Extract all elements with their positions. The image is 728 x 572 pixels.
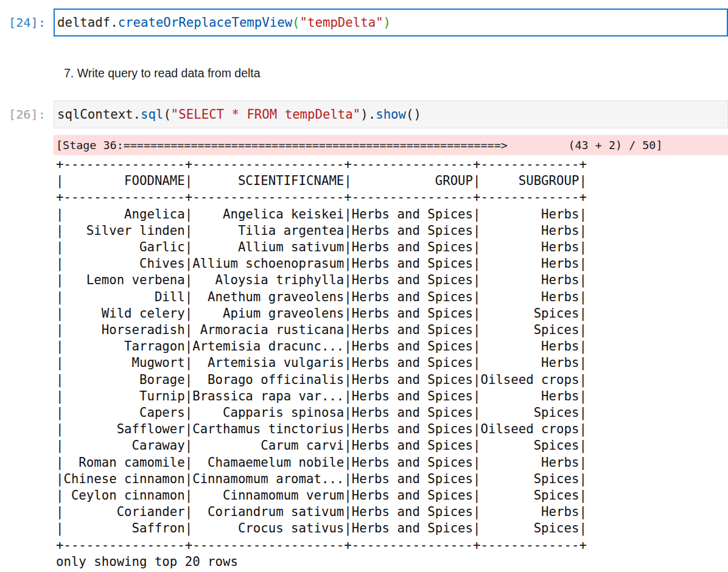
markdown-cell[interactable]: 7. Write query to read data from delta — [0, 66, 728, 80]
input-prompt-24: [24]: — [0, 9, 54, 37]
stdout-table-text: +----------------+--------------------+-… — [54, 155, 728, 570]
code-cell-26: [26]: sqlContext.sql("SELECT * FROM temp… — [0, 100, 728, 128]
notebook: [24]: deltadf.createOrReplaceTempView("t… — [0, 9, 728, 570]
code-cell-24: [24]: deltadf.createOrReplaceTempView("t… — [0, 9, 728, 37]
code-editor-26[interactable]: sqlContext.sql("SELECT * FROM tempDelta"… — [54, 100, 728, 128]
input-prompt-26: [26]: — [0, 100, 54, 128]
code-editor-24[interactable]: deltadf.createOrReplaceTempView("tempDel… — [54, 9, 728, 37]
markdown-text: 7. Write query to read data from delta — [54, 66, 728, 80]
spark-stage-progress: [Stage 36:==============================… — [54, 135, 728, 155]
code-line-24: deltadf.createOrReplaceTempView("tempDel… — [57, 15, 391, 30]
code-line-26: sqlContext.sql("SELECT * FROM tempDelta"… — [57, 107, 421, 122]
output-content: [Stage 36:==============================… — [54, 135, 728, 570]
output-area: [Stage 36:==============================… — [0, 135, 728, 570]
markdown-prompt-spacer — [0, 66, 54, 80]
output-prompt-spacer — [0, 135, 54, 570]
